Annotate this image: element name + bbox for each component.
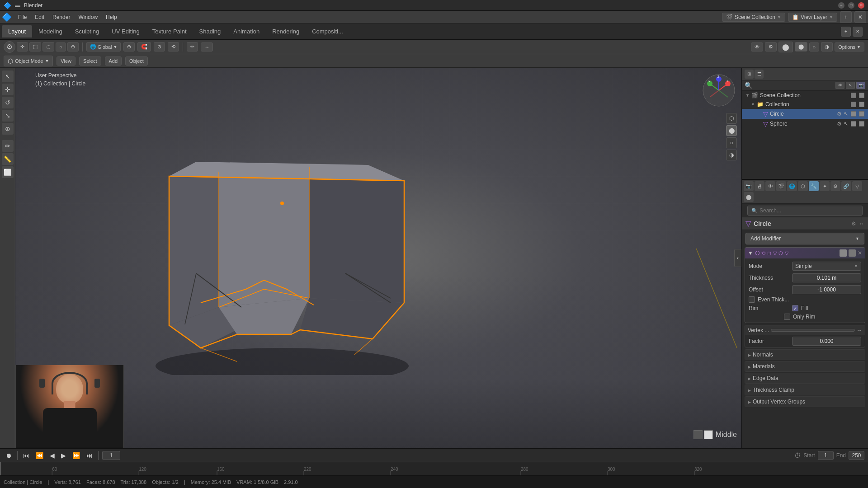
add-tab-btn[interactable]: + — [841, 27, 851, 37]
tool-circle[interactable]: ○ — [56, 42, 66, 52]
props-object-icon[interactable]: ⬡ — [798, 181, 808, 191]
tool-select2[interactable]: ⬚ — [29, 42, 41, 52]
add-modifier-button[interactable]: Add Modifier — [745, 233, 864, 244]
circle-vis-btn[interactable]: ↖ — [844, 111, 848, 117]
offset-value[interactable]: -1.0000 — [792, 285, 861, 294]
tab-rendering[interactable]: Rendering — [266, 25, 306, 38]
materials-header[interactable]: Materials — [745, 361, 865, 371]
global-transform[interactable]: 🌐 Global ▼ — [86, 42, 121, 52]
mode-dropdown-val[interactable]: Simple — [792, 262, 861, 271]
menu-file[interactable]: File — [14, 13, 30, 21]
solid-mode[interactable]: ⬤ — [795, 42, 807, 52]
app-menu-icon[interactable]: ▬ — [15, 2, 20, 9]
menu-render[interactable]: Render — [49, 13, 74, 21]
viewport[interactable]: User Perspective (1) Collection | Circle… — [15, 68, 741, 448]
vertex-group-swap[interactable]: ↔ — [857, 327, 862, 333]
render-mode[interactable]: ◑ — [821, 42, 833, 52]
props-scene-icon[interactable]: 🎬 — [776, 181, 786, 191]
transform-gizmo[interactable]: ⟲ — [168, 42, 179, 52]
tool-scale[interactable]: ⤡ — [2, 110, 14, 122]
timeline-track[interactable]: 60 120 160 220 240 280 300 320 — [0, 462, 868, 475]
sc-checkbox-circle[interactable] — [851, 111, 856, 117]
sc-vis-circle[interactable] — [859, 111, 864, 117]
scene-vis[interactable]: 👁 — [751, 42, 763, 52]
view-menu[interactable]: View — [57, 56, 75, 66]
sc-checkbox-col[interactable] — [851, 102, 856, 107]
edge-data-header[interactable]: Edge Data — [745, 373, 865, 383]
object-expand-icon[interactable]: ↔ — [859, 221, 864, 227]
factor-value[interactable]: 0.000 — [792, 337, 861, 346]
record-btn[interactable]: ⏺ — [4, 451, 14, 460]
tab-modeling[interactable]: Modeling — [32, 25, 69, 38]
props-material-icon[interactable]: ⬤ — [744, 192, 754, 202]
props-modifier-icon[interactable]: 🔧 — [809, 181, 819, 191]
menu-edit[interactable]: Edit — [31, 13, 48, 21]
fill-checkbox[interactable]: ✓ — [792, 305, 798, 311]
collapse-panel-btn[interactable]: ‹ — [734, 249, 741, 267]
tab-sculpting[interactable]: Sculpting — [69, 25, 105, 38]
tab-texture-paint[interactable]: Texture Paint — [146, 25, 193, 38]
shading-render[interactable]: ◑ — [726, 150, 737, 160]
props-particle-icon[interactable]: ✦ — [820, 181, 830, 191]
output-vertex-header[interactable]: Output Vertex Groups — [745, 397, 865, 407]
props-physics-icon[interactable]: ⚙ — [830, 181, 840, 191]
props-render-icon[interactable]: 📷 — [744, 181, 754, 191]
props-constraint-icon[interactable]: 🔗 — [841, 181, 851, 191]
tab-uv-editing[interactable]: UV Editing — [105, 25, 146, 38]
props-output-icon[interactable]: 🖨 — [755, 181, 764, 191]
skip-start-btn[interactable]: ⏮ — [21, 451, 31, 460]
even-thickness-checkbox[interactable] — [749, 296, 755, 303]
thickness-clamp-header[interactable]: Thickness Clamp — [745, 385, 865, 395]
tool-move[interactable]: ✛ — [2, 84, 14, 95]
tool-measure-tool[interactable]: 📏 — [2, 153, 14, 165]
tool-add-cube[interactable]: ⬜ — [2, 166, 14, 178]
nav-gizmo[interactable]: X Y Z — [701, 72, 737, 108]
sphere-filter-btn[interactable]: ⚙ — [837, 121, 842, 127]
only-rim-checkbox[interactable] — [784, 314, 790, 320]
maximize-btn[interactable]: □ — [848, 2, 854, 9]
props-view-icon[interactable]: 👁 — [765, 181, 775, 191]
menu-window[interactable]: Window — [75, 13, 101, 21]
annotate-btn[interactable]: ✏ — [187, 42, 198, 52]
thickness-value[interactable]: 0.101 m — [792, 273, 861, 282]
tool-cursor[interactable]: ↖ — [2, 70, 14, 82]
gizmo-overlay[interactable]: ⚙ — [765, 42, 777, 52]
object-options-icon[interactable]: ⚙ — [851, 221, 856, 227]
play-btn[interactable]: ▶ — [59, 451, 68, 460]
minimize-btn[interactable]: – — [838, 2, 844, 9]
sc-vis-scene[interactable] — [859, 93, 864, 98]
sel-toggle[interactable]: ↖ — [846, 82, 855, 89]
menu-help[interactable]: Help — [102, 13, 121, 21]
render-toggle[interactable]: 📷 — [856, 82, 865, 89]
close-workspace-btn[interactable]: ✕ — [854, 11, 866, 23]
viewport-shading-btn[interactable]: ⚙ — [4, 41, 15, 53]
tool-transform[interactable]: ⊕ — [2, 123, 14, 135]
measure-btn[interactable]: ↔ — [201, 42, 213, 52]
outliner-icon-2[interactable]: ☰ — [755, 70, 764, 79]
outliner-scene-collection[interactable]: ▼ 🎬 Scene Collection — [742, 91, 868, 100]
vis-toggle[interactable]: 👁 — [835, 82, 844, 89]
play-back-btn[interactable]: ◀ — [48, 451, 57, 460]
outliner-filter-icon[interactable]: 🔍 — [745, 82, 752, 89]
tool-annotate[interactable]: ✏ — [2, 140, 14, 152]
pivot-point[interactable]: ⊕ — [123, 42, 135, 52]
outliner-sphere[interactable]: ▶ ▽ Sphere ⚙ ↖ — [742, 119, 868, 129]
current-frame[interactable]: 1 — [102, 451, 120, 460]
outliner-circle[interactable]: ▶ ▽ Circle ⚙ ↖ — [742, 109, 868, 119]
select-menu[interactable]: Select — [79, 56, 101, 66]
add-workspace-btn[interactable]: + — [840, 11, 852, 23]
wireframe-toggle[interactable]: ⬤ — [778, 42, 793, 52]
mod-toggle-icon[interactable]: ▼ — [748, 250, 753, 256]
tool-lasso[interactable]: ◌ — [42, 42, 54, 52]
tab-layout[interactable]: Layout — [2, 25, 32, 38]
tab-compositing[interactable]: Compositi... — [306, 25, 349, 38]
shading-material[interactable]: ○ — [726, 137, 737, 148]
sphere-vis-btn[interactable]: ↖ — [844, 121, 848, 127]
scene-selector[interactable]: 🎬 Scene Collection ▼ — [722, 13, 785, 22]
step-back-btn[interactable]: ⏪ — [34, 451, 45, 460]
mod-render-toggle[interactable] — [849, 249, 856, 257]
end-frame[interactable]: 250 — [849, 451, 864, 460]
shading-solid[interactable]: ⬤ — [726, 125, 737, 136]
remove-tab-btn[interactable]: ✕ — [853, 27, 863, 37]
start-frame[interactable]: 1 — [818, 451, 834, 460]
